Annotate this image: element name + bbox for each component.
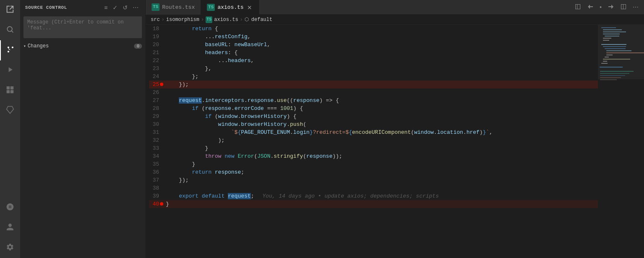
line-num-22: 22 — [149, 57, 166, 65]
svg-rect-30 — [600, 73, 629, 74]
toolbar-btn-more[interactable]: ⋯ — [631, 3, 641, 12]
code-line-31: 31 `${PAGE_ROUTE_ENUM.login}?redirect=${… — [149, 128, 598, 136]
activity-bar — [0, 0, 20, 258]
activity-bar-item-explorer[interactable] — [0, 0, 20, 20]
changes-label: Changes — [28, 43, 132, 49]
run-icon — [6, 65, 14, 76]
more-actions-button[interactable]: ⋯ — [131, 3, 140, 12]
code-line-23: 23 }, — [149, 65, 598, 73]
code-content[interactable]: 18 return { 19 ...restConfig, 20 baseURL… — [146, 25, 598, 258]
account-icon — [6, 223, 14, 233]
code-line-37: 37 }); — [149, 176, 598, 184]
tab-close-button[interactable]: ✕ — [246, 4, 253, 11]
code-line-34: 34 throw new Error(JSON.stringify(respon… — [149, 152, 598, 160]
testing-icon — [6, 106, 14, 116]
activity-bar-item-run[interactable] — [0, 60, 20, 81]
breadcrumb-src[interactable]: src — [151, 17, 160, 23]
breadcrumb-symbol-icon: ⬡ — [245, 16, 249, 23]
editor-area: TS Routes.tsx TS axios.ts ✕ • ⋯ s — [146, 0, 644, 258]
breadcrumb-symbol[interactable]: default — [251, 17, 272, 23]
chevron-down-icon: ▾ — [23, 44, 26, 49]
line-num-26: 26 — [149, 89, 166, 96]
svg-rect-31 — [600, 75, 625, 76]
sidebar-header: SOURCE CONTROL ≡ ✓ ↺ ⋯ — [20, 0, 145, 15]
code-line-39: 39 export default request; You, 14 days … — [149, 192, 598, 200]
line-num-29: 29 — [149, 112, 166, 120]
code-line-26: 26 — [149, 89, 598, 96]
activity-bar-item-source-control[interactable] — [0, 40, 20, 60]
code-line-38: 38 — [149, 184, 598, 192]
svg-point-2 — [8, 50, 9, 52]
sidebar: SOURCE CONTROL ≡ ✓ ↺ ⋯ ▾ Changes 0 — [20, 0, 146, 258]
blame-text-39: You, 14 days ago • update axios; depende… — [263, 192, 439, 200]
tab-axios[interactable]: TS axios.ts ✕ — [201, 0, 259, 15]
svg-rect-6 — [10, 86, 14, 89]
code-line-40: 40 } — [149, 200, 598, 208]
commit-message-input[interactable] — [23, 16, 142, 38]
changes-header[interactable]: ▾ Changes 0 — [20, 42, 145, 51]
line-num-38: 38 — [149, 184, 166, 192]
activity-bar-item-testing[interactable] — [0, 101, 20, 121]
activity-bar-item-search[interactable] — [0, 20, 20, 40]
commit-button[interactable]: ✓ — [111, 3, 119, 12]
svg-rect-7 — [7, 90, 10, 93]
line-num-19: 19 — [149, 33, 166, 41]
line-num-37: 37 — [149, 176, 166, 184]
view-menu-button[interactable]: ≡ — [103, 3, 109, 12]
activity-bar-item-settings[interactable] — [0, 238, 20, 258]
changes-count-badge: 0 — [134, 44, 142, 49]
ts-icon-axios: TS — [207, 4, 215, 11]
svg-line-1 — [12, 31, 13, 32]
tab-routes[interactable]: TS Routes.tsx — [146, 0, 201, 15]
remote-icon — [6, 203, 14, 213]
tab-bar: TS Routes.tsx TS axios.ts ✕ • ⋯ — [146, 0, 644, 15]
svg-rect-8 — [10, 90, 14, 93]
svg-rect-32 — [600, 77, 621, 78]
code-line-27: 27 request.interceptors.response.use((re… — [149, 96, 598, 104]
activity-bar-item-extensions[interactable] — [0, 81, 20, 101]
line-num-31: 31 — [149, 128, 166, 136]
settings-icon — [6, 243, 14, 253]
code-line-21: 21 headers: { — [149, 49, 598, 57]
code-line-32: 32 ); — [149, 136, 598, 144]
refresh-button[interactable]: ↺ — [121, 3, 129, 12]
toolbar-btn-dot[interactable]: • — [598, 3, 604, 12]
sidebar-actions: ≡ ✓ ↺ ⋯ — [103, 3, 140, 12]
breadcrumb-sep-1: › — [162, 17, 165, 23]
breadcrumb: src › isomorphism › TS axios.ts › ⬡ defa… — [146, 15, 644, 25]
toolbar-btn-back[interactable] — [585, 2, 596, 13]
breadcrumb-file[interactable]: axios.ts — [214, 17, 238, 23]
line-num-27: 27 — [149, 96, 166, 104]
line-num-20: 20 — [149, 41, 166, 49]
toolbar-btn-split[interactable] — [618, 2, 629, 13]
minimap — [598, 25, 644, 258]
line-num-21: 21 — [149, 49, 166, 57]
sidebar-title: SOURCE CONTROL — [25, 5, 67, 10]
activity-bar-item-remote[interactable] — [0, 198, 20, 218]
code-line-30: 30 window.browserHistory.push( — [149, 120, 598, 128]
breadcrumb-ts-icon: TS — [206, 16, 212, 23]
code-line-19: 19 ...restConfig, — [149, 33, 598, 41]
minimap-svg — [598, 25, 644, 258]
toolbar-btn-forward[interactable] — [605, 2, 616, 13]
line-num-40: 40 — [149, 200, 166, 208]
line-num-18: 18 — [149, 25, 166, 33]
code-line-20: 20 baseURL: newBaseUrl, — [149, 41, 598, 49]
code-line-22: 22 ...headers, — [149, 57, 598, 65]
tab-routes-label: Routes.tsx — [162, 4, 195, 10]
breadcrumb-sep-3: › — [240, 17, 243, 23]
line-num-28: 28 — [149, 104, 166, 112]
breadcrumb-isomorphism[interactable]: isomorphism — [166, 17, 199, 23]
line-num-24: 24 — [149, 73, 166, 81]
tab-axios-label: axios.ts — [217, 4, 243, 10]
toolbar-btn-toggle-panel[interactable] — [572, 2, 583, 13]
svg-rect-33 — [600, 79, 617, 80]
activity-bar-item-account[interactable] — [0, 218, 20, 238]
code-line-18: 18 return { — [149, 25, 598, 33]
code-line-24: 24 }; — [149, 73, 598, 81]
explorer-icon — [5, 5, 15, 16]
breakpoint-25 — [160, 83, 163, 86]
svg-point-4 — [8, 46, 9, 48]
svg-rect-29 — [600, 71, 634, 72]
svg-rect-5 — [7, 86, 10, 89]
